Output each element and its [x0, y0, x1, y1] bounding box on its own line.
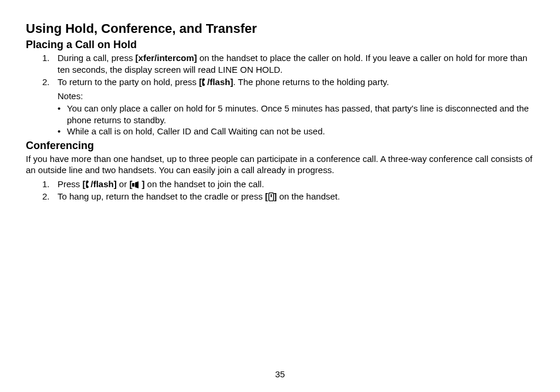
step-text: To return to the party on hold, press [/…	[58, 76, 534, 88]
hold-steps: 1. During a call, press [xfer/intercom] …	[42, 52, 534, 88]
step-number: 2.	[42, 191, 58, 202]
text-fragment: During a call, press	[58, 53, 136, 63]
text-fragment: . The phone returns to the holding party…	[233, 77, 389, 87]
step-text: To hang up, return the handset to the cr…	[58, 191, 534, 202]
page-number: 35	[0, 369, 560, 379]
step-number: 1.	[42, 178, 58, 190]
conf-steps: 1. Press [/flash] or [] on the handset t…	[42, 178, 534, 202]
hold-notes: • You can only place a caller on hold fo…	[58, 103, 534, 137]
key-label: [/flash]	[199, 77, 233, 87]
note-text: You can only place a caller on hold for …	[67, 103, 534, 126]
page-title: Using Hold, Conference, and Transfer	[26, 21, 534, 36]
speaker-icon	[132, 181, 141, 188]
text-fragment: on the handset.	[277, 191, 340, 201]
phone-icon	[202, 78, 207, 86]
key-label: []	[129, 179, 144, 189]
key-label: [/flash]	[83, 179, 117, 189]
section-heading-conferencing: Conferencing	[26, 140, 534, 152]
phone-icon	[86, 180, 91, 188]
text-fragment: Press	[58, 179, 83, 189]
text-fragment: or	[117, 179, 130, 189]
list-item: 2. To hang up, return the handset to the…	[42, 191, 534, 202]
list-item: 1. Press [/flash] or [] on the handset t…	[42, 178, 534, 190]
section-heading-hold: Placing a Call on Hold	[26, 39, 534, 51]
key-label: []	[265, 191, 277, 201]
bullet: •	[58, 126, 67, 137]
step-number: 1.	[42, 52, 58, 64]
bullet: •	[58, 103, 67, 114]
step-number: 2.	[42, 76, 58, 88]
key-label: [xfer/intercom]	[136, 53, 197, 63]
notes-label: Notes:	[58, 90, 534, 102]
text-fragment: To hang up, return the handset to the cr…	[58, 191, 265, 201]
text-fragment: on the handset to join the call.	[144, 179, 264, 189]
step-text: Press [/flash] or [] on the handset to j…	[58, 178, 534, 190]
conferencing-intro: If you have more than one handset, up to…	[26, 153, 534, 176]
svg-rect-0	[132, 183, 134, 187]
text-fragment: To return to the party on hold, press	[58, 77, 199, 87]
list-item: 1. During a call, press [xfer/intercom] …	[42, 52, 534, 75]
end-call-icon	[268, 192, 274, 201]
list-item: • You can only place a caller on hold fo…	[58, 103, 534, 126]
step-text: During a call, press [xfer/intercom] on …	[58, 52, 534, 75]
list-item: 2. To return to the party on hold, press…	[42, 76, 534, 88]
list-item: • While a call is on hold, Caller ID and…	[58, 126, 534, 137]
note-text: While a call is on hold, Caller ID and C…	[67, 126, 325, 137]
text-fragment: You can only place a caller on hold for …	[67, 103, 487, 113]
